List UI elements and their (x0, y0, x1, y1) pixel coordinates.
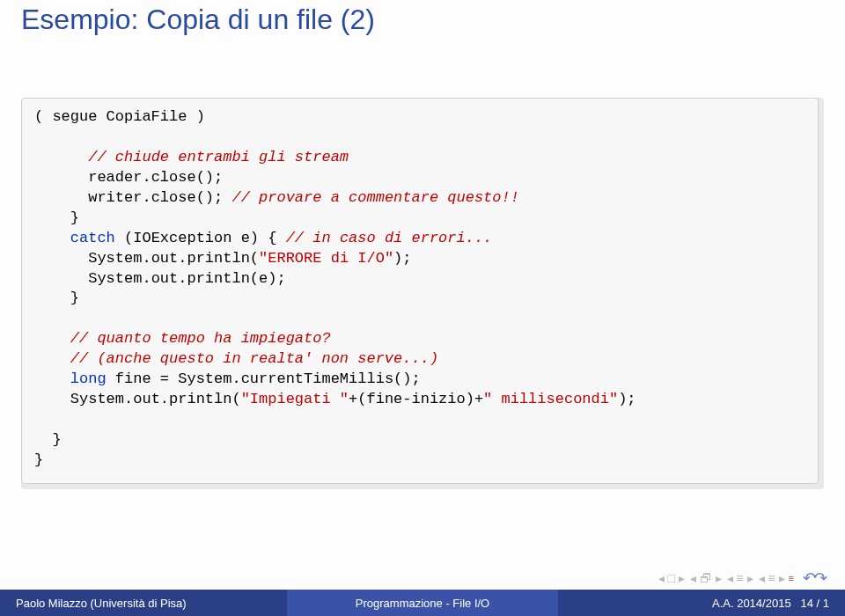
code-line: System.out.println(e); (88, 270, 285, 287)
code-keyword: catch (70, 230, 115, 246)
beamer-nav-symbols: ◂ □ ▸ ◂ 🗗 ▸ ◂ ≡ ▸ ◂ ≡ ▸ ≡ ↶↷ (658, 568, 826, 588)
code-comment: // provare a commentare questo!! (231, 189, 518, 206)
nav-section-icon[interactable]: ◂ ≡ ▸ (727, 571, 753, 585)
footer-page: 14 / 1 (800, 597, 829, 610)
code-string: " millisecondi" (483, 391, 618, 407)
nav-marker-icon: ≡ (789, 573, 794, 583)
code-block: ( segue CopiaFile ) // chiude entrambi g… (21, 98, 819, 484)
code-line: } (70, 290, 79, 306)
code-comment: // quanto tempo ha impiegato? (70, 330, 331, 347)
code-line: } (70, 209, 79, 226)
nav-frame-icon[interactable]: ◂ 🗗 ▸ (690, 571, 722, 585)
footer-date: A.A. 2014/2015 (712, 597, 791, 610)
nav-subsection-icon[interactable]: ◂ ≡ ▸ (759, 571, 785, 585)
code-line: fine = System.currentTimeMillis(); (107, 370, 421, 387)
code-line: System.out.println( (88, 250, 259, 267)
code-comment: // in caso di errori... (286, 230, 493, 246)
footer-meta: A.A. 2014/2015 14 / 1 (558, 590, 845, 616)
slide-title: Esempio: Copia di un file (2) (0, 0, 845, 36)
code-keyword: long (70, 370, 107, 387)
code-line: } (52, 431, 61, 448)
nav-return-icon[interactable]: ↶↷ (803, 568, 826, 588)
code-comment: // (anche questo in realta' non serve...… (70, 350, 438, 367)
code-line: writer.close(); (88, 189, 231, 206)
code-line: +(fine-inizio)+ (349, 391, 483, 407)
code-line: ); (393, 250, 411, 267)
footer-author: Paolo Milazzo (Università di Pisa) (0, 590, 287, 616)
code-line: System.out.println( (70, 391, 241, 407)
code-line: (IOException e) { (115, 230, 286, 246)
footer-bar: Paolo Milazzo (Università di Pisa) Progr… (0, 590, 845, 616)
code-line: reader.close(); (88, 169, 223, 186)
code-comment: // chiude entrambi gli stream (88, 149, 349, 165)
code-line: } (34, 451, 43, 468)
code-string: "ERRORE di I/O" (259, 250, 393, 267)
code-block-shadow: ( segue CopiaFile ) // chiude entrambi g… (21, 98, 824, 489)
code-line: ( segue CopiaFile ) (34, 108, 205, 125)
code-string: "Impiegati " (241, 391, 349, 407)
code-line: ); (618, 391, 636, 407)
nav-slide-icon[interactable]: ◂ □ ▸ (658, 571, 685, 585)
footer-title: Programmazione - File I/O (287, 590, 558, 616)
